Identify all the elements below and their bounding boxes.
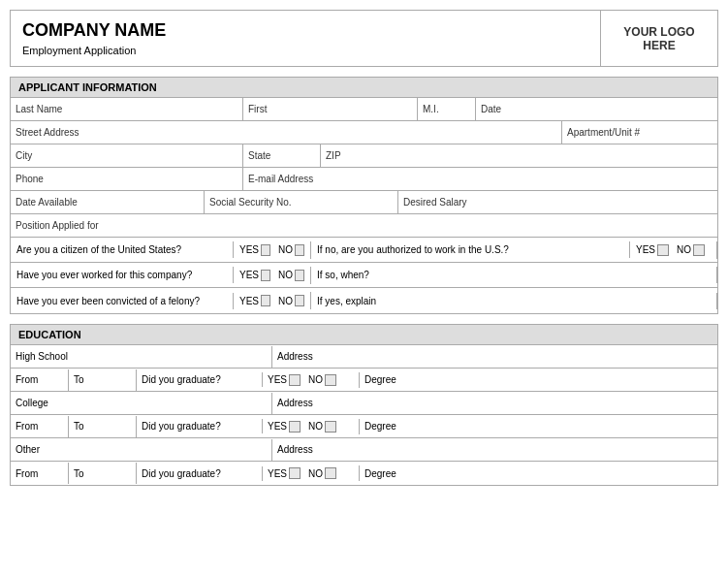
hs-no-label: NO xyxy=(308,374,323,385)
worked-when-cell: If so, when? xyxy=(311,267,717,283)
date-avail-cell: Date Available xyxy=(11,191,205,213)
worked-no-label: NO xyxy=(278,270,293,280)
hs-address-cell: Address xyxy=(272,346,318,368)
authorized-question: If no, are you authorized to work in the… xyxy=(317,244,509,255)
date-cell: Date xyxy=(476,98,573,120)
other-grad-cell: Did you graduate? xyxy=(137,466,263,481)
worked-no-checkbox[interactable] xyxy=(295,270,304,281)
mi-input[interactable] xyxy=(443,101,470,118)
logo-box: YOUR LOGO HERE xyxy=(601,11,717,66)
felony-explain-label: If yes, explain xyxy=(317,296,376,306)
zip-label: ZIP xyxy=(326,150,345,161)
ssn-input[interactable] xyxy=(295,194,393,211)
citizen-yes-label: YES xyxy=(239,244,259,255)
date-avail-input[interactable] xyxy=(81,194,199,211)
college-from-cell: From xyxy=(11,416,69,437)
state-input[interactable] xyxy=(274,147,315,165)
applicant-section-header: APPLICANT INFORMATION xyxy=(11,78,717,98)
citizen-no-checkbox[interactable] xyxy=(295,244,304,256)
hs-degree-input[interactable] xyxy=(396,371,712,389)
authorized-yes-checkbox[interactable] xyxy=(657,244,669,256)
hs-address-label: Address xyxy=(277,351,313,362)
hs-degree-label: Degree xyxy=(364,374,396,385)
company-info: COMPANY NAME Employment Application xyxy=(11,11,601,66)
college-from-input[interactable] xyxy=(38,418,63,435)
felony-explain-cell: If yes, explain xyxy=(311,293,717,309)
last-name-cell: Last Name xyxy=(11,98,243,120)
other-grad-yn-cell: YES NO xyxy=(263,465,360,481)
college-no-label: NO xyxy=(308,421,323,432)
first-name-input[interactable] xyxy=(270,101,412,118)
last-name-label: Last Name xyxy=(16,104,66,114)
worked-yes-checkbox[interactable] xyxy=(261,270,270,281)
ssn-cell: Social Security No. xyxy=(205,191,398,213)
company-subtitle: Employment Application xyxy=(22,45,588,56)
applicant-section: APPLICANT INFORMATION Last Name First M.… xyxy=(10,77,718,314)
other-row: Other Address xyxy=(11,438,717,462)
city-row: City State ZIP xyxy=(11,144,717,168)
other-degree-cell: Degree xyxy=(360,463,717,484)
college-yes-label: YES xyxy=(268,421,287,432)
high-school-input[interactable] xyxy=(68,348,267,366)
other-degree-input[interactable] xyxy=(396,465,712,482)
authorized-yes-label: YES xyxy=(636,244,655,255)
avail-row: Date Available Social Security No. Desir… xyxy=(11,191,717,214)
college-address-label: Address xyxy=(277,398,313,408)
college-to-input[interactable] xyxy=(84,418,123,435)
authorized-no-checkbox[interactable] xyxy=(693,244,705,256)
company-name: COMPANY NAME xyxy=(22,20,588,41)
date-input[interactable] xyxy=(505,101,568,118)
college-from-label: From xyxy=(16,421,38,432)
hs-from-input[interactable] xyxy=(38,371,63,389)
hs-no-checkbox[interactable] xyxy=(325,374,336,386)
citizen-yes-checkbox[interactable] xyxy=(261,244,270,256)
college-degree-input[interactable] xyxy=(396,418,712,435)
hs-yes-label: YES xyxy=(268,374,287,385)
felony-yes-checkbox[interactable] xyxy=(261,295,270,306)
high-school-cell: High School xyxy=(11,346,272,368)
college-yes-checkbox[interactable] xyxy=(289,421,301,433)
college-no-checkbox[interactable] xyxy=(325,421,336,433)
apt-input[interactable] xyxy=(644,124,712,142)
phone-label: Phone xyxy=(16,174,47,184)
other-from-label: From xyxy=(16,468,38,479)
phone-input[interactable] xyxy=(47,171,237,188)
citizen-no-label: NO xyxy=(278,244,293,255)
other-grad-label: Did you graduate? xyxy=(142,468,221,479)
desired-salary-input[interactable] xyxy=(471,194,712,211)
other-yes-checkbox[interactable] xyxy=(289,467,301,479)
ssn-label: Social Security No. xyxy=(209,197,295,208)
apt-label: Apartment/Unit # xyxy=(567,127,644,138)
position-input[interactable] xyxy=(103,217,712,235)
other-from-row: From To Did you graduate? YES NO Degree xyxy=(11,462,717,485)
other-no-label: NO xyxy=(308,468,323,479)
email-cell: E-mail Address xyxy=(243,168,717,190)
high-school-row: High School Address xyxy=(11,345,717,369)
phone-row: Phone E-mail Address xyxy=(11,168,717,191)
college-input[interactable] xyxy=(48,395,267,412)
college-degree-cell: Degree xyxy=(360,416,717,437)
city-label: City xyxy=(16,150,36,161)
felony-no-checkbox[interactable] xyxy=(295,295,304,306)
college-grad-cell: Did you graduate? xyxy=(137,419,263,433)
college-row: College Address xyxy=(11,392,717,415)
zip-input[interactable] xyxy=(345,147,712,165)
other-no-checkbox[interactable] xyxy=(325,467,336,479)
other-to-input[interactable] xyxy=(84,465,123,482)
city-input[interactable] xyxy=(36,147,237,165)
last-name-input[interactable] xyxy=(66,101,237,118)
college-from-row: From To Did you graduate? YES NO Degree xyxy=(11,415,717,438)
hs-to-input[interactable] xyxy=(84,371,123,389)
other-to-label: To xyxy=(74,468,84,479)
hs-grad-cell: Did you graduate? xyxy=(137,372,263,387)
other-from-cell: From xyxy=(11,463,69,484)
street-input[interactable] xyxy=(83,124,556,142)
other-input[interactable] xyxy=(40,441,267,459)
citizen-yes-cell: YES NO xyxy=(234,241,311,259)
other-label: Other xyxy=(16,444,40,455)
college-to-cell: To xyxy=(69,416,137,437)
email-input[interactable] xyxy=(317,171,712,188)
other-from-input[interactable] xyxy=(38,465,63,482)
other-yes-label: YES xyxy=(268,468,287,479)
hs-yes-checkbox[interactable] xyxy=(289,374,301,386)
